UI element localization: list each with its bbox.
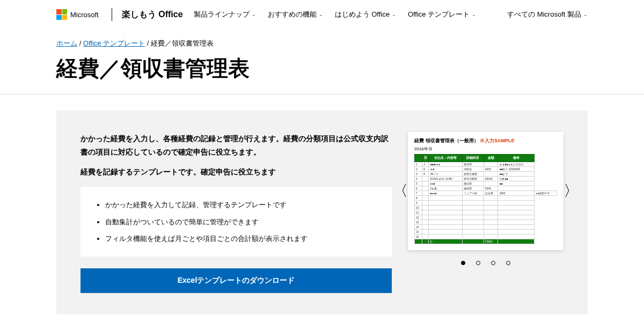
preview-carousel: 〈 経費 領収書管理表（一般用） ※入力SAMPLE 2016年分 日支払先・内…: [408, 132, 564, 250]
feature-list: かかった経費を入力して記録、管理するテンプレートです 自動集計がついているので簡…: [80, 187, 392, 257]
breadcrumb-home[interactable]: ホーム: [56, 39, 77, 47]
microsoft-label: Microsoft: [70, 11, 99, 19]
preview-table: 日支払先・内容等詳細科目金額備考 14■■■●●▲接待費▲▲■■▲▲と打合せ26…: [414, 154, 557, 244]
preview-title: 経費 領収書管理表（一般用） ※入力SAMPLE: [414, 137, 557, 144]
primary-nav: 製品ラインナップ⌄ おすすめの機能⌄ はじめよう Office⌄ Office …: [194, 10, 477, 19]
microsoft-logo-icon: [56, 9, 67, 20]
carousel-dot[interactable]: [491, 261, 495, 265]
page-title: 経費／領収書管理表: [0, 54, 644, 94]
nav-templates[interactable]: Office テンプレート⌄: [408, 10, 476, 19]
chevron-down-icon: ⌄: [583, 12, 588, 17]
carousel-prev-icon[interactable]: 〈: [393, 181, 408, 201]
preview-column: 〈 経費 領収書管理表（一般用） ※入力SAMPLE 2016年分 日支払先・内…: [408, 132, 564, 293]
template-preview-slide[interactable]: 経費 領収書管理表（一般用） ※入力SAMPLE 2016年分 日支払先・内容等…: [408, 132, 564, 250]
nav-recommended[interactable]: おすすめの機能⌄: [268, 10, 323, 19]
carousel-dot[interactable]: [506, 261, 510, 265]
nav-all-products[interactable]: すべての Microsoft 製品⌄: [507, 10, 588, 19]
site-brand[interactable]: 楽しもう Office: [122, 9, 183, 20]
breadcrumb-current: 経費／領収書管理表: [151, 39, 214, 47]
breadcrumb: ホーム / Office テンプレート / 経費／領収書管理表: [0, 29, 644, 54]
breadcrumb-templates[interactable]: Office テンプレート: [83, 39, 145, 47]
microsoft-logo[interactable]: Microsoft: [56, 9, 99, 20]
template-description: かかった経費を入力し、各種経費の記録と管理が行えます。経費の分類項目は公式収支内…: [80, 132, 392, 159]
carousel-dot[interactable]: [461, 261, 465, 265]
title-divider: [0, 94, 644, 94]
content-panel: かかった経費を入力し、各種経費の記録と管理が行えます。経費の分類項目は公式収支内…: [56, 111, 588, 314]
template-subtitle: 経費を記録するテンプレートです。確定申告に役立ちます: [80, 167, 392, 177]
feature-item: フィルタ機能を使えば月ごとや項目ごとの合計額が表示されます: [105, 230, 377, 247]
preview-year: 2016年分: [414, 146, 557, 152]
carousel-dot[interactable]: [476, 261, 480, 265]
feature-item: 自動集計がついているので簡単に管理ができます: [105, 214, 377, 230]
chevron-down-icon: ⌄: [319, 12, 323, 17]
nav-get-started[interactable]: はじめよう Office⌄: [335, 10, 396, 19]
nav-product-lineup[interactable]: 製品ラインナップ⌄: [194, 10, 256, 19]
carousel-next-icon[interactable]: 〉: [564, 181, 579, 201]
download-button[interactable]: Excelテンプレートのダウンロード: [80, 268, 392, 293]
global-header: Microsoft 楽しもう Office 製品ラインナップ⌄ おすすめの機能⌄…: [0, 0, 644, 29]
chevron-down-icon: ⌄: [252, 12, 256, 17]
chevron-down-icon: ⌄: [472, 12, 476, 17]
chevron-down-icon: ⌄: [392, 12, 396, 17]
header-divider: [112, 8, 112, 21]
carousel-dots: [408, 261, 564, 265]
feature-item: かかった経費を入力して記録、管理するテンプレートです: [105, 196, 377, 213]
description-column: かかった経費を入力し、各種経費の記録と管理が行えます。経費の分類項目は公式収支内…: [80, 132, 392, 293]
